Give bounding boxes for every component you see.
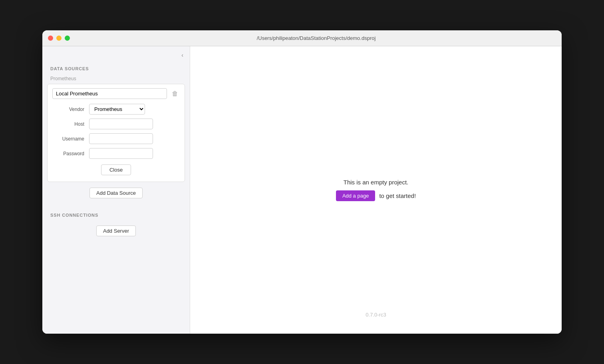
vendor-label: Vendor xyxy=(52,107,84,112)
close-datasource-button[interactable]: Close xyxy=(101,164,131,175)
get-started-text: to get started! xyxy=(379,192,416,199)
app-window: /Users/philipeaton/DataStationProjects/d… xyxy=(42,30,562,334)
datasource-name-row: 🗑 xyxy=(52,88,180,99)
add-datasource-row: Add Data Source xyxy=(42,188,190,198)
password-label: Password xyxy=(52,151,84,156)
main-content: This is an empty project. Add a page to … xyxy=(190,46,562,334)
empty-state-text: This is an empty project. xyxy=(344,179,409,186)
empty-state: This is an empty project. Add a page to … xyxy=(336,179,416,201)
username-row: Username xyxy=(52,133,180,144)
maximize-window-button[interactable] xyxy=(65,36,70,41)
password-row: Password xyxy=(52,148,180,159)
app-body: ‹ DATA SOURCES Prometheus 🗑 Vendor Prome… xyxy=(42,46,562,334)
vendor-select[interactable]: Prometheus MySQL PostgreSQL SQLite xyxy=(89,104,145,115)
host-row: Host xyxy=(52,119,180,129)
close-btn-row: Close xyxy=(52,164,180,175)
password-input[interactable] xyxy=(89,148,153,159)
traffic-lights xyxy=(48,36,70,41)
datasource-name-input[interactable] xyxy=(52,88,167,99)
close-window-button[interactable] xyxy=(48,36,53,41)
delete-datasource-button[interactable]: 🗑 xyxy=(170,89,180,98)
host-input[interactable] xyxy=(89,119,153,129)
add-server-row: Add Server xyxy=(42,226,190,236)
ssh-connections-header: SSH CONNECTIONS xyxy=(42,206,190,221)
host-label: Host xyxy=(52,121,84,127)
username-input[interactable] xyxy=(89,133,153,144)
data-sources-header: DATA SOURCES xyxy=(42,60,190,74)
titlebar: /Users/philipeaton/DataStationProjects/d… xyxy=(42,30,562,46)
trash-icon: 🗑 xyxy=(172,90,178,97)
sidebar: ‹ DATA SOURCES Prometheus 🗑 Vendor Prome… xyxy=(42,46,190,334)
empty-state-row: Add a page to get started! xyxy=(336,190,416,201)
window-title: /Users/philipeaton/DataStationProjects/d… xyxy=(76,35,556,41)
vendor-row: Vendor Prometheus MySQL PostgreSQL SQLit… xyxy=(52,104,180,115)
prometheus-label: Prometheus xyxy=(42,74,190,84)
add-server-button[interactable]: Add Server xyxy=(96,226,136,236)
datasource-card: 🗑 Vendor Prometheus MySQL PostgreSQL SQL… xyxy=(47,84,185,182)
sidebar-collapse-button[interactable]: ‹ xyxy=(179,50,186,60)
add-page-button[interactable]: Add a page xyxy=(336,190,376,201)
minimize-window-button[interactable] xyxy=(56,36,62,41)
add-datasource-button[interactable]: Add Data Source xyxy=(89,188,143,198)
version-label: 0.7.0-rc3 xyxy=(366,312,386,318)
username-label: Username xyxy=(52,136,84,142)
